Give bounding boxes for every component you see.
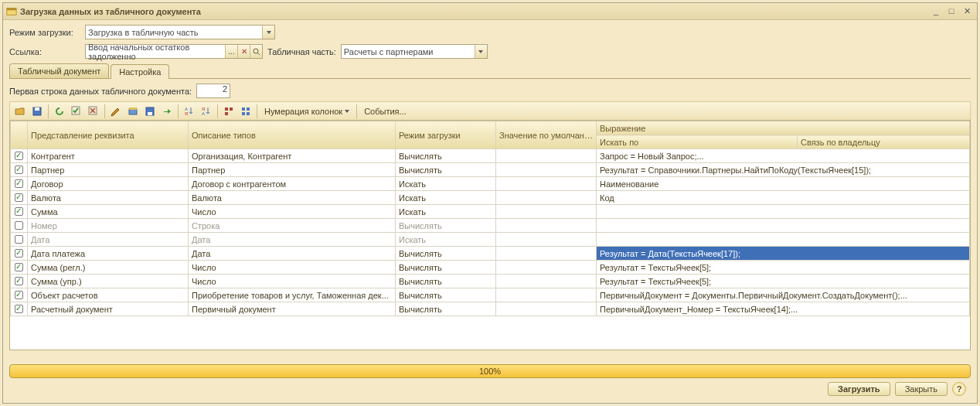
row-checkbox[interactable] — [15, 207, 23, 216]
cell-mode: Вычислять — [396, 163, 496, 177]
row-checkbox[interactable] — [15, 221, 23, 230]
tabpart-label: Табличная часть: — [267, 47, 336, 56]
tab-document[interactable]: Табличный документ — [9, 63, 109, 78]
table-row[interactable]: Сумма (упр.)ЧислоВычислятьРезультат = Те… — [11, 275, 970, 288]
maximize-button[interactable]: □ — [944, 5, 958, 18]
cell-mode: Искать — [396, 191, 496, 205]
close-button-footer[interactable]: Закрыть — [895, 382, 948, 396]
cell-expr: Наименование — [597, 177, 970, 191]
edit-icon[interactable] — [107, 104, 124, 119]
checkall-icon[interactable] — [68, 104, 85, 119]
mode-value: Загрузка в табличную часть — [88, 28, 199, 37]
table-row[interactable]: ДатаДатаИскать — [11, 233, 970, 247]
col-expr[interactable]: Выражение — [597, 121, 970, 135]
cell-rep: Дата платежа — [28, 247, 189, 261]
svg-rect-5 — [35, 107, 39, 111]
table-row[interactable]: КонтрагентОрганизация, КонтрагентВычисля… — [11, 149, 970, 163]
cell-rep: Номер — [28, 219, 189, 233]
row-checkbox[interactable] — [15, 152, 23, 160]
ref-value: Ввод начальных остатков задолженно — [88, 43, 225, 61]
table-row[interactable]: Расчетный документПервичный документВычи… — [11, 302, 970, 316]
row-checkbox[interactable] — [15, 291, 23, 299]
app-icon — [6, 6, 17, 17]
mode2-icon[interactable] — [237, 104, 254, 119]
toolbar-events[interactable]: События... — [359, 104, 411, 119]
col-rep[interactable]: Представление реквизита — [28, 121, 189, 149]
cell-types: Приобретение товаров и услуг, Таможенная… — [189, 288, 396, 302]
firstrow-input[interactable]: 2 — [196, 84, 230, 98]
svg-rect-8 — [129, 109, 137, 114]
cell-mode: Вычислять — [396, 149, 496, 163]
svg-text:Я: Я — [185, 111, 188, 116]
arrow-icon[interactable] — [158, 104, 175, 119]
cell-default — [496, 191, 597, 205]
tabpart-combo[interactable]: Расчеты с партнерами — [341, 44, 488, 59]
close-button[interactable]: ✕ — [960, 5, 974, 18]
cell-default — [496, 233, 597, 247]
cell-rep: Валюта — [28, 191, 189, 205]
cell-default — [496, 205, 597, 219]
tabs: Табличный документ Настройка — [9, 63, 971, 79]
cell-types: Дата — [189, 233, 396, 247]
cell-default — [496, 247, 597, 261]
row-checkbox[interactable] — [15, 249, 23, 258]
minimize-button[interactable]: _ — [929, 5, 943, 18]
row-checkbox[interactable] — [15, 165, 23, 174]
table-row[interactable]: НомерСтрокаВычислять — [11, 219, 970, 233]
uncheckall-icon[interactable] — [85, 104, 102, 119]
run-button[interactable]: Загрузить — [828, 382, 890, 396]
col-mode[interactable]: Режим загрузки — [396, 121, 496, 149]
cell-mode: Вычислять — [396, 261, 496, 275]
ref-ellipsis-button[interactable]: ... — [225, 45, 237, 58]
cell-mode: Искать — [396, 205, 496, 219]
col-default[interactable]: Значение по умолчанию — [496, 121, 597, 149]
toolbar-numbering[interactable]: Нумерация колонок — [260, 104, 354, 119]
svg-rect-16 — [225, 107, 228, 111]
cell-default — [496, 302, 597, 316]
refresh-icon[interactable] — [51, 104, 68, 119]
table-row[interactable]: Дата платежаДатаВычислятьРезультат = Дат… — [11, 247, 970, 261]
cell-expr — [597, 219, 970, 233]
table-row[interactable]: ПартнерПартнерВычислятьРезультат = Справ… — [11, 163, 970, 177]
help-icon[interactable]: ? — [952, 382, 966, 396]
progress-bar: 100% — [9, 364, 971, 378]
cell-rep: Договор — [28, 177, 189, 191]
cell-types: Строка — [189, 219, 396, 233]
row-checkbox[interactable] — [15, 235, 23, 244]
table-row[interactable]: СуммаЧислоИскать — [11, 205, 970, 219]
sort-desc-icon[interactable]: ЯA — [198, 104, 215, 119]
toolbar: AЯ ЯA Нумерация колонок События... — [9, 101, 971, 120]
svg-rect-20 — [247, 107, 250, 111]
row-checkbox[interactable] — [15, 193, 23, 202]
restore-icon[interactable] — [124, 104, 141, 119]
mode-combo[interactable]: Загрузка в табличную часть — [85, 25, 275, 39]
table-row[interactable]: ВалютаВалютаИскатьКод — [11, 191, 970, 205]
save-icon[interactable] — [29, 104, 46, 119]
chevron-down-icon[interactable] — [475, 45, 487, 58]
col-types[interactable]: Описание типов — [189, 121, 396, 149]
cell-expr: Запрос = Новый Запрос;... — [597, 149, 970, 163]
save2-icon[interactable] — [141, 104, 158, 119]
open-icon[interactable] — [12, 104, 29, 119]
ref-search-button[interactable] — [250, 45, 262, 58]
mode1-icon[interactable] — [220, 104, 237, 119]
col-search[interactable]: Искать по — [597, 135, 798, 149]
table-row[interactable]: ДоговорДоговор с контрагентомИскатьНаиме… — [11, 177, 970, 191]
cell-types: Партнер — [189, 163, 396, 177]
row-checkbox[interactable] — [15, 305, 23, 313]
firstrow-label: Первая строка данных табличного документ… — [9, 87, 192, 96]
table-row[interactable]: Сумма (регл.)ЧислоВычислятьРезультат = Т… — [11, 261, 970, 275]
row-checkbox[interactable] — [15, 263, 23, 271]
cell-mode: Искать — [396, 177, 496, 191]
cell-mode: Вычислять — [396, 219, 496, 233]
cell-expr: ПервичныйДокумент_Номер = ТекстыЯчеек[14… — [597, 302, 970, 316]
col-owner[interactable]: Связь по владельцу — [798, 135, 970, 149]
ref-input[interactable]: Ввод начальных остатков задолженно ... ✕ — [85, 44, 263, 59]
tab-settings[interactable]: Настройка — [111, 64, 169, 79]
sort-asc-icon[interactable]: AЯ — [181, 104, 198, 119]
table-row[interactable]: Объект расчетовПриобретение товаров и ус… — [11, 288, 970, 302]
row-checkbox[interactable] — [15, 277, 23, 285]
chevron-down-icon[interactable] — [262, 26, 274, 39]
row-checkbox[interactable] — [15, 179, 23, 188]
ref-clear-button[interactable]: ✕ — [237, 45, 250, 58]
